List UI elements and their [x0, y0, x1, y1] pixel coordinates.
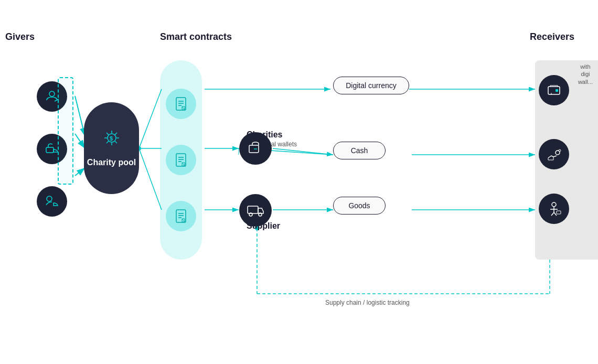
- svg-line-4: [75, 168, 85, 176]
- svg-point-57: [559, 149, 561, 152]
- receiver-circle-3: [539, 194, 569, 224]
- charity-pool: $ Charity pool: [84, 102, 139, 194]
- supplier-icon: [239, 194, 272, 227]
- svg-rect-55: [556, 89, 558, 92]
- svg-rect-25: [46, 147, 54, 153]
- giver-circle-3: [37, 186, 67, 217]
- svg-point-26: [47, 196, 52, 201]
- svg-line-7: [139, 148, 162, 210]
- receiver-circle-1: [539, 75, 569, 105]
- givers-label: Givers: [5, 31, 35, 42]
- cash-pill: Cash: [333, 142, 386, 159]
- charity-pool-icon: $: [102, 128, 122, 153]
- smart-contracts-pill: [160, 60, 202, 260]
- contract-circle-2: [166, 145, 196, 175]
- svg-line-61: [551, 212, 554, 216]
- svg-point-58: [552, 202, 556, 207]
- svg-line-33: [106, 133, 109, 135]
- goods-pill: Goods: [333, 197, 386, 215]
- charity-icon: [239, 132, 272, 165]
- svg-line-15: [273, 148, 333, 155]
- svg-rect-41: [176, 154, 186, 166]
- svg-text:$: $: [110, 135, 113, 142]
- svg-line-5: [139, 89, 162, 148]
- receiver-circle-2: [539, 139, 569, 169]
- svg-rect-63: [557, 211, 561, 214]
- charity-pool-label: Charity pool: [87, 157, 136, 168]
- dotted-rect: [58, 77, 73, 185]
- svg-rect-37: [176, 98, 186, 110]
- contract-circle-3: [166, 201, 196, 231]
- digital-currency-pill: Digital currency: [333, 77, 409, 94]
- diagram-container: Givers $: [0, 0, 598, 364]
- svg-point-24: [49, 91, 55, 97]
- svg-line-35: [115, 133, 117, 135]
- svg-rect-51: [248, 206, 258, 213]
- supply-chain-label: Supply chain / logistic tracking: [325, 299, 410, 306]
- receiver-top-text: withdigiwall...: [578, 63, 593, 85]
- contract-circle-1: [166, 89, 196, 119]
- smart-contracts-label: Smart contracts: [160, 31, 232, 42]
- svg-rect-45: [176, 210, 186, 222]
- svg-line-36: [106, 141, 109, 143]
- svg-line-62: [554, 212, 557, 216]
- receivers-label: Receivers: [530, 31, 574, 42]
- svg-line-34: [115, 141, 117, 143]
